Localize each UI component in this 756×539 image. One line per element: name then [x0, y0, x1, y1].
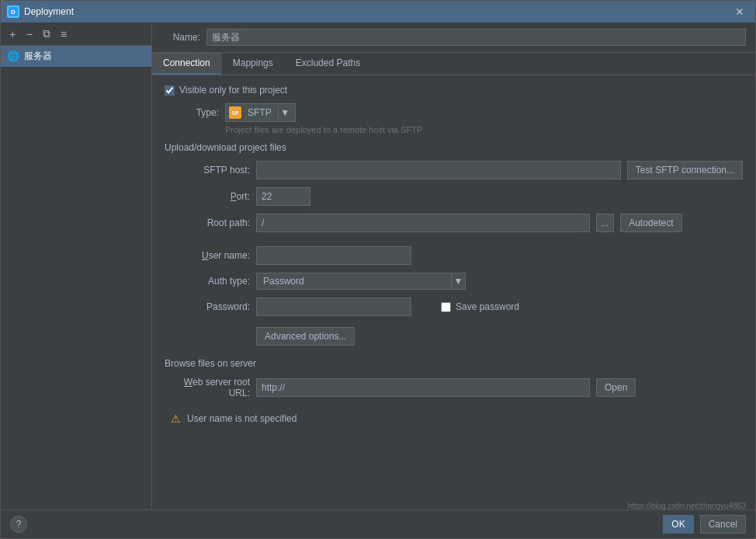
help-button[interactable]: ?: [10, 516, 27, 533]
svg-text:D: D: [11, 9, 16, 16]
sidebar: + − ⧉ ≡ 🌐 服务器: [1, 23, 152, 509]
warning-text: User name is not specified: [187, 413, 297, 424]
type-select[interactable]: SF SFTP ▼: [225, 103, 296, 122]
type-select-value: SFTP: [244, 107, 275, 118]
test-connection-button[interactable]: Test SFTP connection...: [627, 161, 743, 179]
advanced-options-button[interactable]: Advanced options...: [256, 327, 355, 346]
content-area: + − ⧉ ≡ 🌐 服务器 Name:: [1, 23, 755, 509]
root-path-input[interactable]: [256, 214, 590, 232]
port-label: Port:: [165, 191, 250, 202]
form-area: Visible only for this project Type: SF S…: [152, 75, 755, 509]
sftp-icon: SF: [229, 106, 241, 119]
auth-type-row: Auth type: Password ▼: [165, 273, 743, 290]
port-input[interactable]: [256, 187, 310, 206]
name-label: Name:: [161, 32, 200, 43]
cancel-button[interactable]: Cancel: [700, 515, 746, 534]
move-server-button[interactable]: ≡: [57, 27, 71, 41]
add-server-button[interactable]: +: [5, 27, 19, 41]
bottom-left: ?: [10, 516, 27, 533]
ok-button[interactable]: OK: [663, 515, 693, 534]
warning-row: ⚠ User name is not specified: [165, 408, 743, 429]
visible-checkbox-label: Visible only for this project: [179, 85, 287, 96]
title-bar: D Deployment ✕: [1, 1, 755, 23]
username-row: User name:: [165, 246, 743, 265]
root-path-label: Root path:: [165, 217, 250, 228]
name-row: Name:: [152, 23, 755, 53]
watermark: https://blog.csdn.net/zhangyu4863: [628, 502, 746, 510]
sftp-host-label-text: SFTP host:: [203, 165, 250, 176]
type-dropdown-arrow[interactable]: ▼: [278, 106, 292, 120]
autodetect-button[interactable]: Autodetect: [620, 214, 681, 232]
dialog-title: Deployment: [24, 6, 74, 17]
visible-checkbox[interactable]: [165, 85, 175, 96]
type-hint: Project files are deployed to a remote h…: [225, 125, 743, 134]
save-password-checkbox[interactable]: [441, 302, 451, 312]
save-password-group: Save password: [441, 301, 519, 312]
tab-excluded-paths[interactable]: Excluded Paths: [285, 53, 372, 75]
bottom-bar: ? OK Cancel: [1, 509, 755, 538]
server-item[interactable]: 🌐 服务器: [1, 46, 151, 67]
visible-checkbox-row: Visible only for this project: [165, 85, 743, 96]
port-row: Port:: [165, 187, 743, 206]
auth-type-value: Password: [257, 273, 451, 289]
server-item-icon: 🌐: [7, 50, 19, 62]
copy-server-button[interactable]: ⧉: [40, 27, 54, 41]
name-input[interactable]: [206, 29, 746, 46]
username-label: User name:: [165, 250, 250, 261]
dialog-icon: D: [7, 5, 19, 18]
advanced-options-container: Advanced options...: [256, 327, 743, 346]
bottom-right: OK Cancel: [663, 515, 746, 534]
web-url-row: Web server root URL: Open: [165, 377, 743, 398]
title-bar-left: D Deployment: [7, 5, 74, 18]
auth-type-label: Auth type:: [165, 276, 250, 287]
main-panel: Name: Connection Mappings Excluded Paths…: [152, 23, 755, 509]
save-password-label: Save password: [456, 301, 519, 312]
root-path-browse-button[interactable]: ...: [596, 214, 614, 232]
root-path-row: Root path: ... Autodetect: [165, 214, 743, 232]
password-row: Password: Save password: [165, 297, 743, 316]
browse-section-title: Browse files on server: [165, 358, 743, 369]
svg-text:SF: SF: [232, 110, 240, 116]
web-url-input[interactable]: [256, 378, 590, 397]
server-item-label: 服务器: [24, 50, 52, 63]
type-row: Type: SF SFTP ▼: [165, 103, 743, 122]
tab-connection[interactable]: Connection: [152, 53, 222, 75]
remove-server-button[interactable]: −: [23, 27, 36, 41]
open-button[interactable]: Open: [596, 378, 636, 397]
auth-dropdown-arrow[interactable]: ▼: [451, 274, 465, 288]
password-input[interactable]: [256, 297, 411, 316]
type-label: Type:: [165, 107, 219, 118]
deployment-dialog: D Deployment ✕ + − ⧉ ≡: [0, 0, 756, 539]
sftp-host-label: SFTP host:: [165, 165, 250, 176]
spacer1: [165, 240, 743, 246]
sidebar-toolbar: + − ⧉ ≡: [1, 23, 151, 46]
sftp-host-row: SFTP host: Test SFTP connection...: [165, 161, 743, 179]
tab-mappings[interactable]: Mappings: [222, 53, 285, 75]
sftp-host-input[interactable]: [256, 161, 621, 179]
upload-section-title: Upload/download project files: [165, 142, 743, 153]
auth-type-select[interactable]: Password ▼: [256, 273, 466, 290]
password-label: Password:: [165, 301, 250, 312]
username-input[interactable]: [256, 246, 411, 265]
warning-icon: ⚠: [171, 412, 181, 425]
tabs-bar: Connection Mappings Excluded Paths: [152, 53, 755, 75]
web-url-label: Web server root URL:: [165, 377, 250, 398]
close-button[interactable]: ✕: [730, 4, 749, 19]
